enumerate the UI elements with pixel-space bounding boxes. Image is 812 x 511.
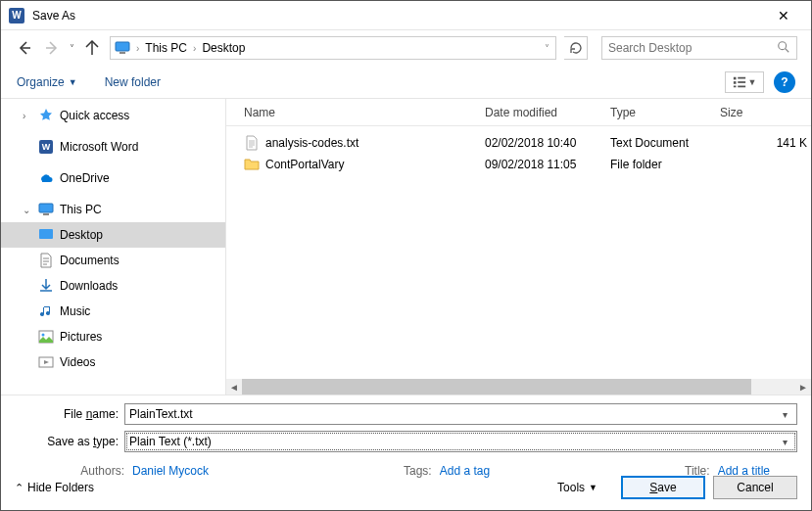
tree-this-pc[interactable]: ⌄ This PC: [1, 197, 225, 222]
monitor-icon: [38, 202, 54, 217]
svg-rect-5: [733, 85, 736, 87]
svg-rect-10: [43, 213, 49, 215]
file-size: 141 K: [720, 136, 811, 150]
filename-combo[interactable]: ▾: [124, 403, 797, 425]
help-button[interactable]: ?: [774, 71, 795, 93]
file-date: 09/02/2018 11:05: [485, 158, 610, 171]
back-button[interactable]: [15, 38, 34, 58]
tree-quick-access[interactable]: › Quick access: [1, 103, 225, 128]
breadcrumb-this-pc[interactable]: This PC: [145, 41, 187, 55]
column-date[interactable]: Date modified: [485, 106, 610, 119]
organize-button[interactable]: Organize ▼: [17, 75, 77, 89]
scroll-thumb[interactable]: [242, 379, 751, 395]
word-app-icon: W: [9, 8, 24, 23]
svg-rect-4: [733, 81, 736, 84]
svg-rect-3: [733, 76, 736, 79]
address-bar[interactable]: › This PC › Desktop ˅: [110, 36, 556, 60]
tree-label: Videos: [60, 355, 95, 369]
filename-input[interactable]: [129, 407, 777, 421]
arrow-up-icon: [84, 40, 100, 56]
tree-label: Desktop: [60, 228, 103, 242]
hide-folders-button[interactable]: ⌃ Hide Folders: [15, 481, 94, 494]
up-button[interactable]: [82, 38, 102, 58]
svg-rect-1: [119, 52, 125, 54]
filename-label: File name:: [15, 407, 124, 421]
svg-rect-0: [116, 42, 129, 51]
filename-dropdown[interactable]: ▾: [777, 409, 792, 420]
file-list-header[interactable]: Name Date modified Type Size: [226, 99, 811, 126]
tree-label: This PC: [60, 203, 102, 216]
document-icon: [38, 253, 54, 268]
forward-button[interactable]: [42, 38, 62, 58]
file-row[interactable]: analysis-codes.txt 02/02/2018 10:40 Text…: [244, 132, 811, 154]
horizontal-scrollbar[interactable]: ◄ ►: [226, 379, 811, 395]
tools-button[interactable]: Tools ▼: [557, 481, 597, 494]
tree-documents[interactable]: Documents: [1, 248, 225, 273]
navigation-tree[interactable]: › Quick access W Microsoft Word OneDrive…: [1, 99, 226, 395]
arrow-right-icon: [44, 40, 60, 56]
this-pc-icon: [115, 40, 130, 56]
video-icon: [38, 354, 54, 370]
svg-rect-7: [738, 81, 745, 83]
tree-desktop[interactable]: Desktop: [1, 222, 225, 248]
savetype-input[interactable]: [129, 435, 777, 448]
cancel-button[interactable]: Cancel: [713, 476, 797, 499]
chevron-right-icon: ›: [23, 111, 32, 121]
svg-point-2: [779, 41, 787, 49]
file-name: analysis-codes.txt: [265, 136, 358, 150]
column-type[interactable]: Type: [610, 106, 720, 119]
scroll-right-button[interactable]: ►: [795, 379, 811, 395]
file-date: 02/02/2018 10:40: [485, 136, 610, 150]
chevron-down-icon: ▼: [589, 483, 597, 492]
history-dropdown[interactable]: ˅: [70, 43, 74, 54]
file-list[interactable]: analysis-codes.txt 02/02/2018 10:40 Text…: [226, 126, 811, 379]
file-name: ContPortalVary: [265, 158, 344, 171]
savetype-label: Save as type:: [15, 435, 124, 448]
svg-point-13: [42, 334, 45, 337]
view-options-button[interactable]: ▼: [725, 71, 764, 93]
search-input[interactable]: [608, 41, 777, 55]
tree-label: Microsoft Word: [60, 140, 138, 154]
tree-music[interactable]: Music: [1, 299, 225, 324]
new-folder-label: New folder: [105, 75, 161, 89]
search-icon: [777, 40, 790, 57]
refresh-button[interactable]: [564, 36, 588, 60]
address-dropdown[interactable]: ˅: [543, 43, 551, 54]
file-type: File folder: [610, 158, 720, 171]
svg-rect-6: [738, 76, 745, 78]
tree-label: OneDrive: [60, 171, 110, 185]
tree-pictures[interactable]: Pictures: [1, 324, 225, 349]
tree-videos[interactable]: Videos: [1, 349, 225, 375]
scroll-left-button[interactable]: ◄: [226, 379, 242, 395]
desktop-icon: [38, 227, 54, 243]
folder-icon: [244, 157, 262, 172]
savetype-dropdown[interactable]: ▾: [777, 437, 792, 447]
view-list-icon: [733, 75, 746, 89]
tree-downloads[interactable]: Downloads: [1, 273, 225, 299]
save-button[interactable]: Save: [621, 476, 705, 499]
organize-label: Organize: [17, 75, 65, 89]
search-box[interactable]: [601, 36, 797, 60]
file-row[interactable]: ContPortalVary 09/02/2018 11:05 File fol…: [244, 154, 811, 175]
hide-folders-label: Hide Folders: [27, 481, 94, 494]
tree-label: Quick access: [60, 109, 129, 122]
column-size[interactable]: Size: [720, 106, 811, 119]
tree-microsoft-word[interactable]: W Microsoft Word: [1, 134, 225, 160]
refresh-icon: [568, 40, 584, 56]
savetype-combo[interactable]: ▾: [124, 431, 797, 452]
tree-label: Documents: [60, 254, 119, 267]
column-name[interactable]: Name: [244, 106, 485, 119]
svg-rect-11: [39, 229, 53, 239]
new-folder-button[interactable]: New folder: [105, 75, 161, 89]
breadcrumb-separator: ›: [191, 43, 198, 54]
cloud-icon: [38, 170, 54, 186]
chevron-down-icon: ⌄: [23, 205, 32, 215]
close-button[interactable]: ✕: [764, 8, 803, 23]
tree-onedrive[interactable]: OneDrive: [1, 165, 225, 191]
picture-icon: [38, 329, 54, 345]
chevron-up-icon: ⌃: [15, 482, 24, 494]
tools-label: Tools: [557, 481, 585, 494]
music-icon: [38, 303, 54, 319]
breadcrumb-desktop[interactable]: Desktop: [202, 41, 245, 55]
breadcrumb-separator: ›: [134, 43, 141, 54]
